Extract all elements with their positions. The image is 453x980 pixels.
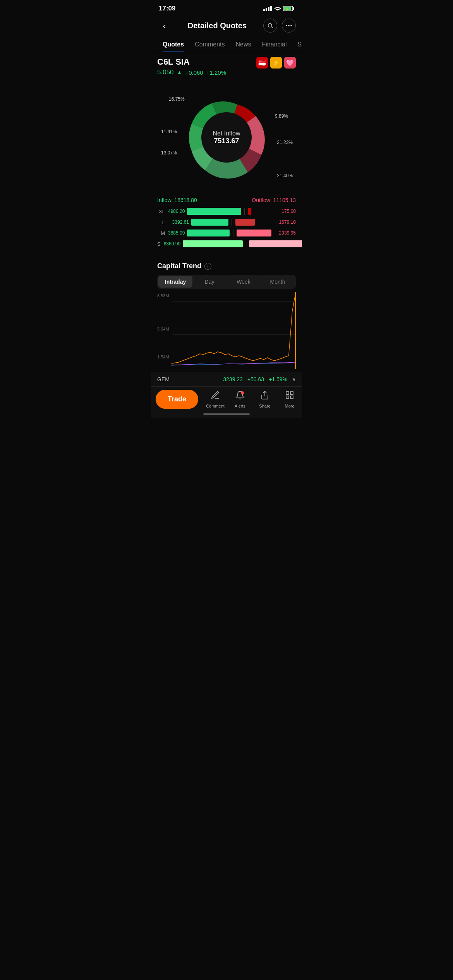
trade-button[interactable]: Trade xyxy=(156,390,198,409)
donut-label-leftmid: 11.41% xyxy=(161,129,177,134)
line-chart-svg xyxy=(157,292,296,369)
header: ‹ Detailed Quotes xyxy=(151,15,302,37)
tab-news[interactable]: News xyxy=(230,38,256,51)
svg-point-9 xyxy=(290,25,292,26)
svg-point-10 xyxy=(201,112,252,163)
gem-change: +50.63 xyxy=(247,376,264,382)
ellipsis-icon xyxy=(286,25,292,26)
svg-point-5 xyxy=(268,24,272,27)
stock-ticker: C6L SIA xyxy=(157,57,226,67)
donut-label-bottomright: 21.40% xyxy=(277,173,293,178)
trend-tabs: Intraday Day Week Month xyxy=(157,275,296,289)
svg-text:⚡: ⚡ xyxy=(285,7,289,11)
bar-row-m: M 3885.09 2939.95 xyxy=(157,230,296,236)
bar-inflow-m: 3885.09 xyxy=(168,230,230,236)
bar-inflow-s: 6360.90 xyxy=(164,240,243,247)
status-icons: ⚡ xyxy=(263,6,294,11)
stock-badges: 🇸🇬 ⚡ 🩷 xyxy=(256,57,296,69)
svg-point-11 xyxy=(241,391,244,394)
alerts-icon xyxy=(235,391,245,402)
bar-outflow-m: 2939.95 xyxy=(237,230,296,236)
badge-lightning: ⚡ xyxy=(270,57,282,69)
back-button[interactable]: ‹ xyxy=(157,19,171,33)
info-icon[interactable]: i xyxy=(204,263,211,270)
more-grid-icon xyxy=(285,391,294,402)
bar-outflow-xl: 175.00 xyxy=(248,208,296,215)
alerts-label: Alerts xyxy=(235,404,245,408)
donut-label-topright: 9.89% xyxy=(275,113,288,119)
more-options-button[interactable] xyxy=(282,19,296,33)
bar-label-s: S xyxy=(157,241,161,247)
toolbar-item-share[interactable]: Share xyxy=(252,391,277,408)
stock-price: 5.050 xyxy=(157,69,174,76)
bottom-toolbar: Trade Comment Alerts Share xyxy=(151,386,302,410)
inflow-summary: Inflow: 18618.80 xyxy=(157,197,197,203)
donut-chart-section: 16.75% 9.89% 11.41% 21.23% 13.07% 21.40% xyxy=(151,83,302,192)
svg-rect-16 xyxy=(290,396,293,399)
bar-row-l: L 3392.61 1679.10 xyxy=(157,219,296,226)
line-chart: 8.53M 5.04M 1.54M xyxy=(157,292,296,369)
donut-label-topleft: 16.75% xyxy=(169,96,185,102)
stock-change-pct: +1.20% xyxy=(206,69,226,76)
price-up-arrow: ▲ xyxy=(177,69,182,75)
status-time: 17:09 xyxy=(159,5,175,12)
page-title: Detailed Quotes xyxy=(188,21,247,30)
share-label: Share xyxy=(259,404,270,408)
gem-bar: GEM 3239.23 +50.63 +1.59% ∧ xyxy=(151,372,302,386)
donut-label-rightmid: 21.23% xyxy=(277,140,293,145)
trend-tab-intraday[interactable]: Intraday xyxy=(158,276,192,288)
bar-chart: XL 4980.20 175.00 L 3392.61 1679.10 M 38… xyxy=(151,208,302,257)
outflow-summary: Outflow: 11105.13 xyxy=(252,197,296,203)
svg-line-6 xyxy=(271,27,273,28)
svg-rect-2 xyxy=(293,7,294,10)
comment-icon xyxy=(211,391,220,402)
bar-inflow-xl: 4980.20 xyxy=(168,208,241,215)
status-bar: 17:09 ⚡ xyxy=(151,0,302,15)
gem-collapse-icon[interactable]: ∧ xyxy=(292,376,296,382)
donut-chart xyxy=(184,95,269,180)
donut-label-bottomleft: 13.07% xyxy=(161,151,177,156)
badge-singapore: 🇸🇬 xyxy=(256,57,268,69)
flow-summary: Inflow: 18618.80 Outflow: 11105.13 xyxy=(151,195,302,208)
gem-value: 3239.23 xyxy=(223,376,243,382)
home-bar xyxy=(203,413,250,415)
toolbar-item-alerts[interactable]: Alerts xyxy=(228,391,252,408)
tab-quotes[interactable]: Quotes xyxy=(157,38,189,51)
bar-outflow-s: 6311.09 xyxy=(249,240,302,247)
main-tabs: Quotes Comments News Financial Summa ☰ xyxy=(151,37,302,52)
svg-point-0 xyxy=(277,10,278,11)
tab-summa[interactable]: Summa xyxy=(292,38,302,51)
share-icon xyxy=(260,391,269,402)
bar-label-xl: XL xyxy=(157,209,165,214)
signal-icon xyxy=(263,6,272,11)
battery-icon: ⚡ xyxy=(283,6,294,11)
svg-rect-14 xyxy=(290,392,293,394)
gem-label: GEM xyxy=(157,376,170,382)
trend-tab-month[interactable]: Month xyxy=(261,276,295,288)
svg-point-8 xyxy=(288,25,289,26)
search-icon xyxy=(267,22,273,29)
wifi-icon xyxy=(274,6,281,11)
bar-row-s: S 6360.90 6311.09 xyxy=(157,240,296,247)
toolbar-item-comment[interactable]: Comment xyxy=(203,391,228,408)
comment-label: Comment xyxy=(206,404,225,408)
toolbar-item-more[interactable]: More xyxy=(277,391,302,408)
gem-change-pct: +1.59% xyxy=(269,376,287,382)
svg-point-7 xyxy=(286,25,287,26)
trend-tab-day[interactable]: Day xyxy=(192,276,226,288)
tab-comments[interactable]: Comments xyxy=(189,38,230,51)
capital-trend-title: Capital Trend xyxy=(157,262,201,270)
badge-favorite[interactable]: 🩷 xyxy=(284,57,296,69)
stock-change: +0.060 xyxy=(185,69,203,76)
trend-tab-week[interactable]: Week xyxy=(226,276,261,288)
svg-rect-13 xyxy=(286,392,289,394)
search-button[interactable] xyxy=(263,19,277,33)
tab-financial[interactable]: Financial xyxy=(257,38,292,51)
bar-label-l: L xyxy=(157,219,165,225)
svg-rect-15 xyxy=(286,396,289,399)
more-label: More xyxy=(285,404,294,408)
bar-label-m: M xyxy=(157,230,165,236)
capital-trend-section: Capital Trend i Intraday Day Week Month … xyxy=(151,257,302,372)
stock-info: C6L SIA 5.050 ▲ +0.060 +1.20% 🇸🇬 ⚡ 🩷 xyxy=(151,52,302,79)
home-indicator xyxy=(151,410,302,418)
